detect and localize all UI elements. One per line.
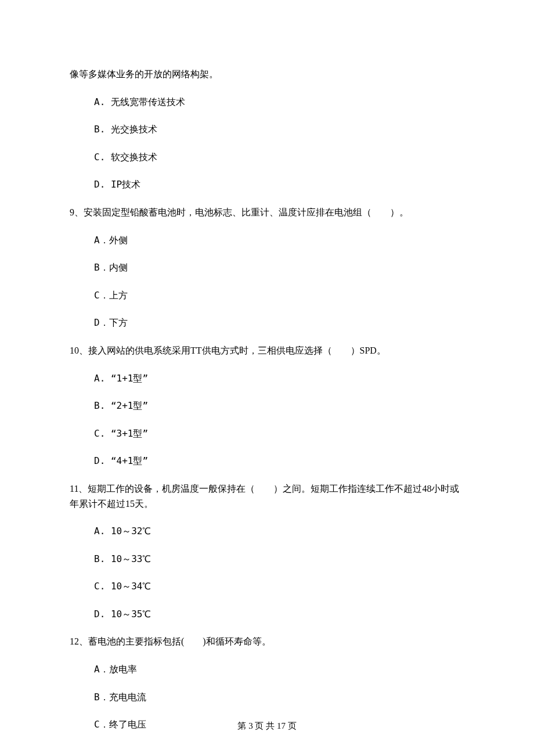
q12-option-a: A．放电率 (70, 662, 464, 677)
q11-option-b: B. 10～33℃ (70, 552, 464, 567)
question-12-stem: 12、蓄电池的主要指标包括( )和循环寿命等。 (70, 634, 464, 649)
q10-option-a: A. “1+1型” (70, 371, 464, 386)
page-content: 像等多媒体业务的开放的网络构架。 A. 无线宽带传送技术 B. 光交换技术 C.… (0, 0, 534, 732)
q9-option-b: B．内侧 (70, 260, 464, 275)
q11-option-d: D. 10～35℃ (70, 607, 464, 622)
question-8-continued: 像等多媒体业务的开放的网络构架。 (70, 67, 464, 82)
q10-option-d: D. “4+1型” (70, 453, 464, 469)
q9-option-d: D．下方 (70, 315, 464, 330)
q9-option-c: C．上方 (70, 288, 464, 303)
q9-option-a: A．外侧 (70, 233, 464, 248)
q8-option-a: A. 无线宽带传送技术 (70, 95, 464, 110)
question-11-stem: 11、短期工作的设备，机房温度一般保持在（ ）之间。短期工作指连续工作不超过48… (70, 481, 464, 511)
q10-option-b: B. “2+1型” (70, 398, 464, 413)
q8-option-b: B. 光交换技术 (70, 122, 464, 137)
q8-option-d: D. IP技术 (70, 177, 464, 192)
q12-option-b: B．充电电流 (70, 690, 464, 705)
question-9-stem: 9、安装固定型铅酸蓄电池时，电池标志、比重计、温度计应排在电池组（ ）。 (70, 205, 464, 220)
page-footer: 第 3 页 共 17 页 (0, 721, 534, 732)
q10-option-c: C. “3+1型” (70, 426, 464, 441)
q11-option-a: A. 10～32℃ (70, 524, 464, 539)
q8-option-c: C. 软交换技术 (70, 150, 464, 165)
q11-option-c: C. 10～34℃ (70, 579, 464, 594)
question-10-stem: 10、接入网站的供电系统采用TT供电方式时，三相供电应选择（ ）SPD。 (70, 343, 464, 358)
